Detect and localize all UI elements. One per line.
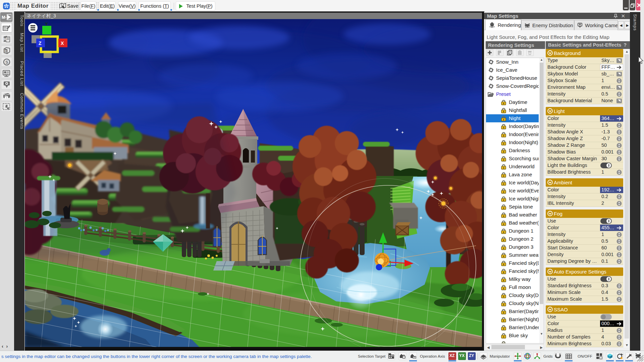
svg-text:S: S: [5, 60, 8, 65]
svg-text:R: R: [4, 37, 6, 41]
svg-text:Y: Y: [45, 21, 48, 26]
svg-text:X: X: [61, 41, 64, 46]
svg-text:D: D: [5, 49, 7, 53]
svg-text:M·: M·: [2, 15, 7, 20]
svg-text:Z: Z: [39, 41, 42, 46]
